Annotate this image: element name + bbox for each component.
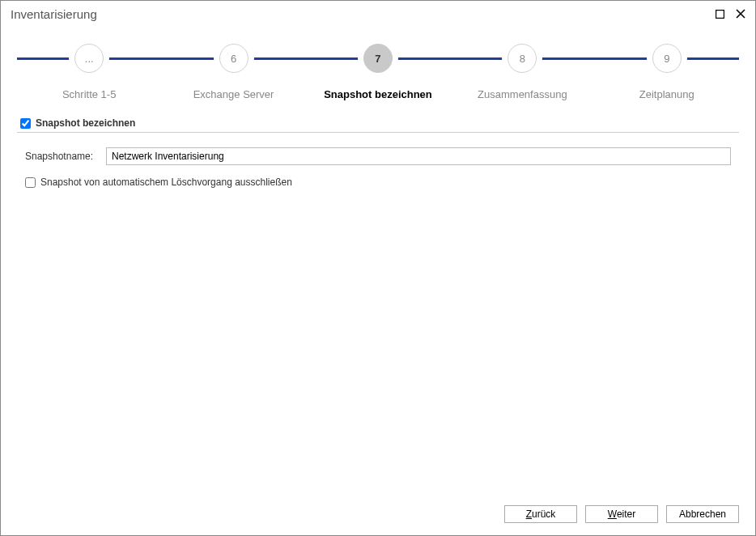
wizard-footer: Zurück Weiter Abbrechen (1, 501, 755, 535)
step-circle: 8 (502, 38, 542, 79)
step-circle: 9 (647, 38, 687, 79)
wizard-step-3[interactable]: 7Snapshot bezeichnen (309, 27, 447, 100)
wizard-step-2[interactable]: 6Exchange Server (165, 27, 303, 100)
exclude-snapshot-label: Snapshot von automatischem Löschvorgang … (40, 177, 292, 188)
cancel-button[interactable]: Abbrechen (666, 505, 739, 523)
window-title: Inventarisierung (11, 7, 707, 21)
designate-snapshot-checkbox[interactable] (20, 118, 31, 129)
step-label: Zusammenfassung (478, 88, 567, 100)
next-button[interactable]: Weiter (585, 505, 658, 523)
wizard-step-1[interactable]: ...Schritte 1-5 (20, 27, 158, 100)
wizard-stepper: ...Schritte 1-56Exchange Server7Snapshot… (17, 27, 739, 108)
step-label: Schritte 1-5 (62, 88, 116, 100)
wizard-step-4[interactable]: 8Zusammenfassung (453, 27, 591, 100)
step-number: ... (74, 44, 104, 73)
svg-rect-0 (716, 10, 724, 18)
section-header: Snapshot bezeichnen (17, 117, 739, 133)
wizard-step-5[interactable]: 9Zeitplanung (598, 27, 736, 100)
step-circle: 6 (214, 38, 254, 79)
step-number: 7 (363, 44, 393, 73)
step-label: Exchange Server (193, 88, 274, 100)
exclude-snapshot-checkbox[interactable] (25, 177, 36, 188)
step-circle: ... (69, 38, 109, 79)
step-number: 6 (219, 44, 248, 73)
step-label: Snapshot bezeichnen (324, 88, 432, 100)
form-area: Snapshotname: Snapshot von automatischem… (25, 147, 731, 188)
section-title: Snapshot bezeichnen (36, 117, 135, 129)
close-icon[interactable] (733, 6, 749, 22)
titlebar: Inventarisierung (1, 1, 755, 27)
snapshot-name-label: Snapshotname: (25, 151, 106, 162)
step-circle: 7 (358, 38, 398, 79)
step-number: 9 (652, 44, 682, 73)
step-number: 8 (508, 44, 537, 73)
snapshot-name-input[interactable] (106, 147, 731, 165)
step-label: Zeitplanung (639, 88, 694, 100)
back-button[interactable]: Zurück (504, 505, 577, 523)
maximize-icon[interactable] (711, 6, 728, 22)
